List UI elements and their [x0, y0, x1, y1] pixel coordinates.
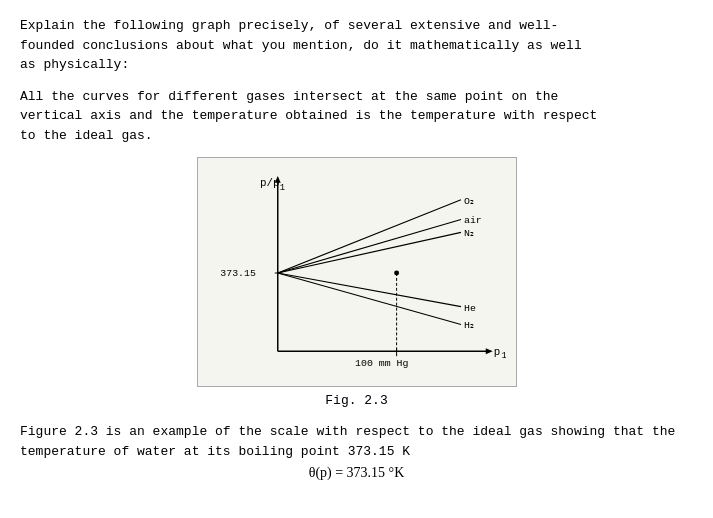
svg-text:He: He: [463, 303, 475, 314]
graph-box: p/p 1 p 1 373.15 100 mm Hg O₂ air: [197, 157, 517, 387]
svg-text:1: 1: [279, 183, 284, 193]
body-paragraph: All the curves for different gases inter…: [20, 87, 693, 146]
bottom-paragraph: Figure 2.3 is an example of the scale wi…: [20, 422, 693, 461]
svg-text:1: 1: [501, 351, 505, 361]
svg-line-18: [277, 232, 460, 273]
svg-text:373.15: 373.15: [220, 268, 256, 279]
svg-line-16: [277, 220, 460, 273]
svg-line-20: [277, 273, 460, 307]
svg-point-12: [394, 271, 399, 276]
svg-text:100 mm Hg: 100 mm Hg: [355, 358, 408, 369]
figure-caption: Fig. 2.3: [325, 393, 387, 408]
svg-text:air: air: [463, 215, 481, 226]
svg-text:N₂: N₂: [463, 228, 473, 239]
svg-text:p: p: [493, 346, 500, 358]
graph-svg: p/p 1 p 1 373.15 100 mm Hg O₂ air: [208, 168, 506, 376]
intro-paragraph: Explain the following graph precisely, o…: [20, 16, 693, 75]
svg-text:p/p: p/p: [259, 177, 279, 189]
svg-line-14: [277, 200, 460, 273]
svg-text:O₂: O₂: [463, 196, 473, 207]
svg-text:H₂: H₂: [463, 320, 473, 331]
svg-line-22: [277, 273, 460, 325]
math-formula: θ(p) = 373.15 °K: [20, 465, 693, 481]
svg-marker-3: [485, 348, 492, 354]
figure-container: p/p 1 p 1 373.15 100 mm Hg O₂ air: [20, 157, 693, 408]
